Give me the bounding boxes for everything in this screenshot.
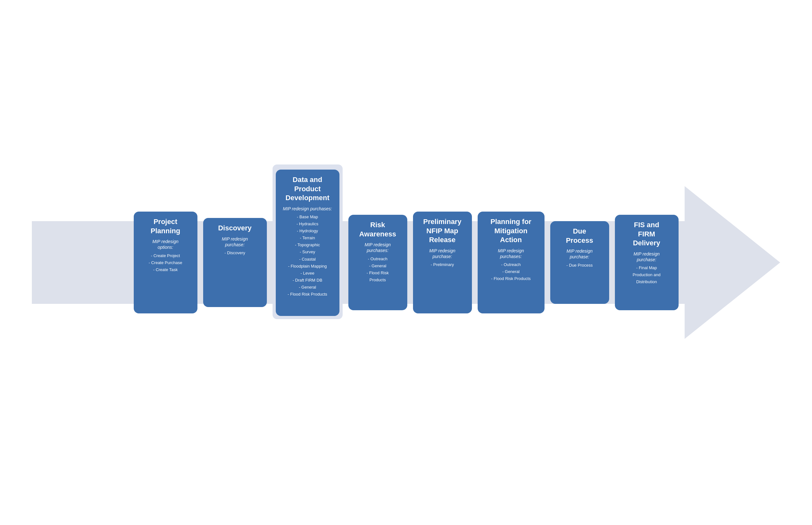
discovery-card: Discovery MIP redesign purchase: - Disco… xyxy=(203,218,267,307)
due-process-card: Due Process MIP redesignpurchase: - Due … xyxy=(550,221,609,304)
data-product-title: Data and Product Development xyxy=(280,175,335,203)
project-planning-title: Project Planning xyxy=(150,217,180,236)
fis-firm-items: - Final MapProduction andDistribution xyxy=(633,265,661,285)
cards-row: Project Planning MIP redesign options: -… xyxy=(32,206,780,319)
data-product-items: - Base Map - Hydraulics - Hydrology - Te… xyxy=(288,213,327,298)
project-planning-subtitle: MIP redesign options: xyxy=(153,239,179,250)
project-planning-card: Project Planning MIP redesign options: -… xyxy=(134,212,198,313)
risk-awareness-card: Risk Awareness MIP redesignpurchases: - … xyxy=(348,215,407,310)
due-process-title: Due Process xyxy=(566,227,593,245)
risk-awareness-title: Risk Awareness xyxy=(359,221,396,239)
data-product-wrapper: Data and Product Development MIP redesig… xyxy=(273,165,343,319)
fis-firm-title: FIS and FIRM Delivery xyxy=(633,221,661,248)
preliminary-items: - Preliminary xyxy=(431,261,454,268)
preliminary-subtitle: MIP redesignpurchase: xyxy=(429,248,455,259)
planning-mitigation-card: Planning for Mitigation Action MIP redes… xyxy=(478,212,545,313)
data-product-bg: Data and Product Development MIP redesig… xyxy=(273,165,343,319)
planning-mitigation-subtitle: MIP redesignpurchases: xyxy=(498,248,524,259)
discovery-items: - Discovery xyxy=(224,250,245,256)
preliminary-title: Preliminary NFIP Map Release xyxy=(423,217,461,245)
planning-mitigation-title: Planning for Mitigation Action xyxy=(490,217,531,245)
arrow-container: Project Planning MIP redesign options: -… xyxy=(32,167,780,358)
fis-firm-card: FIS and FIRM Delivery MIP redesignpurcha… xyxy=(615,215,679,310)
risk-awareness-subtitle: MIP redesignpurchases: xyxy=(365,242,391,253)
due-process-items: - Due Process xyxy=(566,262,593,269)
main-container: Project Planning MIP redesign options: -… xyxy=(0,0,812,525)
project-planning-items: - Create Project- Create Purchase- Creat… xyxy=(149,252,183,273)
due-process-subtitle: MIP redesignpurchase: xyxy=(566,248,593,260)
preliminary-card: Preliminary NFIP Map Release MIP redesig… xyxy=(413,212,472,313)
data-product-subtitle: MIP redesign purchases: xyxy=(283,206,332,212)
risk-awareness-items: - Outreach- General- Flood RiskProducts xyxy=(366,255,389,284)
data-product-card: Data and Product Development MIP redesig… xyxy=(276,169,339,316)
discovery-subtitle: MIP redesign purchase: xyxy=(222,236,248,247)
planning-mitigation-items: - Outreach- General- Flood Risk Products xyxy=(491,261,531,282)
fis-firm-subtitle: MIP redesignpurchase: xyxy=(634,251,660,262)
discovery-title: Discovery xyxy=(218,224,251,233)
